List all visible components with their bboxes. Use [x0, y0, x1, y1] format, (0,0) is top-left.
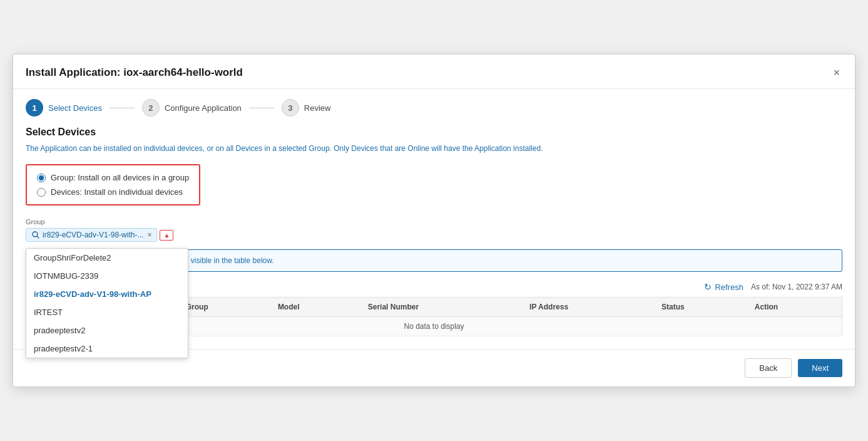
modal-container: Install Application: iox-aarch64-hello-w…	[13, 54, 855, 387]
refresh-icon: ↻	[704, 282, 712, 292]
dropdown-item-3[interactable]: IRTEST	[26, 303, 188, 321]
step-3-circle: 3	[282, 99, 299, 117]
dropdown-item-1[interactable]: IOTNMBUG-2339	[26, 267, 188, 285]
search-icon	[31, 231, 40, 239]
step-1-label: Select Devices	[48, 103, 102, 113]
radio-group-option[interactable]: Group: Install on all devices in a group	[37, 173, 189, 182]
group-field-section: Group ir829-eCVD-adv-V1-98-with-... × ▲	[26, 218, 842, 242]
step-1: 1 Select Devices	[26, 99, 102, 117]
step-3: 3 Review	[282, 99, 331, 117]
modal-body: Select Devices The Application can be in…	[13, 127, 855, 349]
radio-group-input[interactable]	[37, 174, 46, 182]
radio-devices-option[interactable]: Devices: Install on individual devices	[37, 187, 189, 197]
col-group: Group	[178, 298, 270, 317]
step-2-label: Configure Application	[165, 103, 242, 113]
section-info-text: The Application can be installed on indi…	[26, 143, 842, 154]
refresh-label: Refresh	[715, 283, 743, 292]
close-button[interactable]: ×	[830, 65, 842, 81]
refresh-button[interactable]: ↻ Refresh	[704, 282, 743, 292]
dropdown-item-4[interactable]: pradeeptestv2	[26, 321, 188, 340]
stepper: 1 Select Devices 2 Configure Application…	[13, 89, 855, 127]
step-divider-1	[110, 108, 135, 108]
col-model: Model	[270, 298, 360, 317]
col-action: Action	[747, 298, 842, 317]
col-status: Status	[654, 298, 747, 317]
back-button[interactable]: Back	[745, 358, 792, 378]
dropdown-item-2[interactable]: ir829-eCVD-adv-V1-98-with-AP	[26, 285, 188, 303]
group-dropdown-wrapper: ir829-eCVD-adv-V1-98-with-... × ▲ GroupS…	[26, 228, 173, 242]
timestamp: As of: Nov 1, 2022 9:37 AM	[751, 283, 842, 291]
step-1-circle: 1	[26, 99, 43, 117]
step-2: 2 Configure Application	[142, 99, 242, 117]
col-ip: IP Address	[522, 298, 654, 317]
group-tag-close[interactable]: ×	[147, 231, 151, 239]
dropdown-item-0[interactable]: GroupShriForDelete2	[26, 249, 188, 267]
svg-line-1	[37, 236, 39, 238]
radio-options-box: Group: Install on all devices in a group…	[26, 164, 200, 205]
group-tag-text: ir829-eCVD-adv-V1-98-with-...	[43, 231, 143, 239]
dropdown-menu: GroupShriForDelete2 IOTNMBUG-2339 ir829-…	[26, 248, 188, 358]
group-field-label: Group	[26, 218, 842, 226]
next-button[interactable]: Next	[798, 359, 842, 377]
group-input-row: ir829-eCVD-adv-V1-98-with-... × ▲	[26, 228, 173, 242]
section-title: Select Devices	[26, 127, 842, 138]
modal-title: Install Application: iox-aarch64-hello-w…	[26, 66, 243, 79]
radio-group-label: Group: Install on all devices in a group	[51, 173, 189, 182]
group-tag: ir829-eCVD-adv-V1-98-with-... ×	[26, 228, 157, 242]
col-serial: Serial Number	[360, 298, 522, 317]
modal-header: Install Application: iox-aarch64-hello-w…	[13, 54, 855, 89]
radio-devices-label: Devices: Install on individual devices	[51, 187, 183, 197]
step-3-label: Review	[304, 103, 331, 113]
dropdown-toggle-button[interactable]: ▲	[160, 230, 173, 241]
dropdown-item-5[interactable]: pradeeptestv2-1	[26, 340, 188, 358]
radio-devices-input[interactable]	[37, 188, 46, 197]
step-2-circle: 2	[142, 99, 160, 117]
step-divider-2	[249, 108, 274, 108]
